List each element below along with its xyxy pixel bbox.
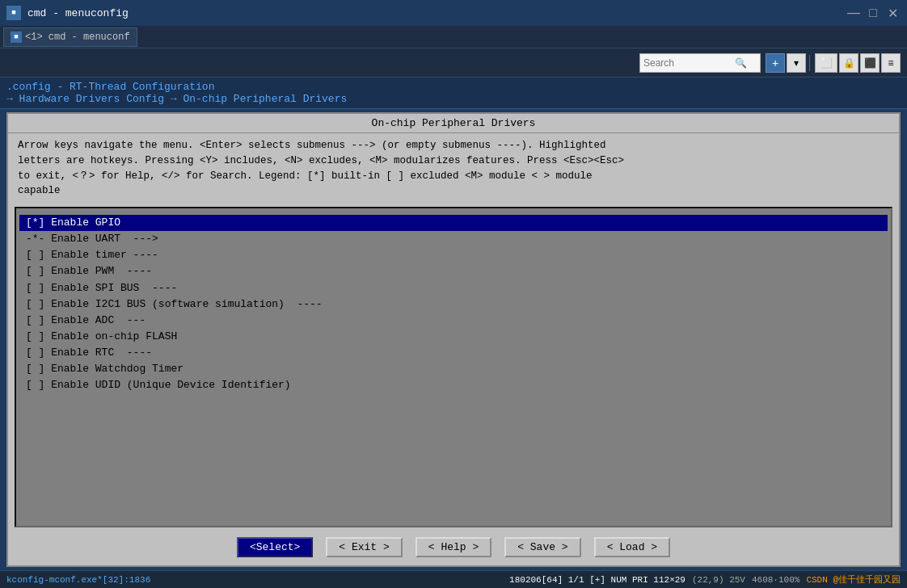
menu-list[interactable]: [*] Enable GPIO-*- Enable UART --->[ ] E… bbox=[15, 207, 892, 527]
panel-title: On-chip Peripheral Drivers bbox=[8, 114, 899, 133]
load-button[interactable]: < Load > bbox=[594, 537, 670, 557]
tab-label: <1> cmd - menuconf bbox=[25, 32, 130, 43]
title-controls: — □ ✕ bbox=[846, 5, 901, 21]
window: ■ cmd - menuconfig — □ ✕ ■ <1> cmd - men… bbox=[0, 0, 907, 588]
maximize-button[interactable]: □ bbox=[865, 5, 881, 21]
status-pos: 180206[64] 1/1 [+] NUM PRI 112×29 bbox=[509, 575, 686, 585]
menu-item[interactable]: [ ] Enable UDID (Unique Device Identifie… bbox=[19, 377, 888, 393]
close-button[interactable]: ✕ bbox=[884, 5, 901, 21]
exit-button[interactable]: < Exit > bbox=[326, 537, 402, 557]
save-button[interactable]: < Save > bbox=[504, 537, 580, 557]
dropdown-button[interactable]: ▾ bbox=[787, 53, 806, 73]
breadcrumb-config: .config - RT-Thread Configuration bbox=[6, 81, 214, 93]
search-icon-button[interactable]: 🔍 bbox=[732, 55, 749, 71]
menu-item[interactable]: -*- Enable UART ---> bbox=[19, 231, 888, 247]
toolbar: 🔍 + ▾ ⬜ 🔒 ⬛ ≡ bbox=[0, 48, 907, 78]
main-content: .config - RT-Thread Configuration → Hard… bbox=[0, 78, 907, 570]
lock-button[interactable]: 🔒 bbox=[839, 53, 858, 73]
menu-item[interactable]: [ ] Enable on-chip FLASH bbox=[19, 329, 888, 345]
menu-item[interactable]: [ ] Enable Watchdog Timer bbox=[19, 361, 888, 377]
search-input[interactable] bbox=[643, 57, 732, 69]
window-icon: ■ bbox=[6, 6, 21, 20]
add-button[interactable]: + bbox=[766, 53, 785, 73]
status-coords: (22,9) 25V bbox=[692, 575, 745, 585]
menu-item[interactable]: [ ] Enable ADC --- bbox=[19, 313, 888, 329]
menu-item[interactable]: [ ] Enable I2C1 BUS (software simulation… bbox=[19, 296, 888, 313]
menu-item[interactable]: [*] Enable GPIO bbox=[19, 215, 888, 231]
tab-1[interactable]: ■ <1> cmd - menuconf bbox=[3, 27, 137, 47]
menu-item[interactable]: [ ] Enable SPI BUS ---- bbox=[19, 280, 888, 296]
help-button[interactable]: < Help > bbox=[416, 537, 491, 557]
help-line-1: Arrow keys navigate the menu. <Enter> se… bbox=[18, 138, 889, 153]
panel-help: Arrow keys navigate the menu. <Enter> se… bbox=[8, 133, 899, 204]
status-bar: kconfig-mconf.exe*[32]:1836 180206[64] 1… bbox=[0, 570, 907, 588]
tab-bar: ■ <1> cmd - menuconf bbox=[0, 26, 907, 48]
bottom-buttons: <Select> < Exit > < Help > < Save > < Lo… bbox=[8, 531, 899, 565]
status-process: kconfig-mconf.exe*[32]:1836 bbox=[6, 575, 509, 585]
breadcrumb: .config - RT-Thread Configuration → Hard… bbox=[0, 78, 907, 109]
menuconfig-panel: On-chip Peripheral Drivers Arrow keys na… bbox=[6, 112, 901, 567]
tab-icon: ■ bbox=[11, 32, 22, 43]
menu-item[interactable]: [ ] Enable RTC ---- bbox=[19, 345, 888, 361]
view-button[interactable]: ⬜ bbox=[815, 53, 837, 73]
minimize-button[interactable]: — bbox=[846, 5, 862, 21]
window-title: cmd - menuconfig bbox=[27, 7, 846, 19]
search-box[interactable]: 🔍 bbox=[639, 53, 761, 73]
select-button[interactable]: <Select> bbox=[237, 537, 313, 557]
help-line-3: to exit, <？> for Help, </> for Search. L… bbox=[18, 169, 889, 184]
layout-button-2[interactable]: ≡ bbox=[881, 53, 901, 73]
menu-item[interactable]: [ ] Enable timer ---- bbox=[19, 247, 888, 263]
status-right: 180206[64] 1/1 [+] NUM PRI 112×29 (22,9)… bbox=[509, 573, 901, 586]
help-line-2: letters are hotkeys. Pressing <Y> includ… bbox=[18, 153, 889, 169]
status-csdn: CSDN @佳千佳千园又园 bbox=[806, 573, 901, 586]
title-bar: ■ cmd - menuconfig — □ ✕ bbox=[0, 0, 907, 26]
help-line-4: capable bbox=[18, 183, 889, 199]
toolbar-separator bbox=[809, 55, 810, 71]
breadcrumb-path: → Hardware Drivers Config → On-chip Peri… bbox=[6, 93, 347, 105]
layout-button-1[interactable]: ⬛ bbox=[860, 53, 880, 73]
status-chars: 4608·100% bbox=[752, 575, 799, 585]
menu-item[interactable]: [ ] Enable PWM ---- bbox=[19, 263, 888, 279]
